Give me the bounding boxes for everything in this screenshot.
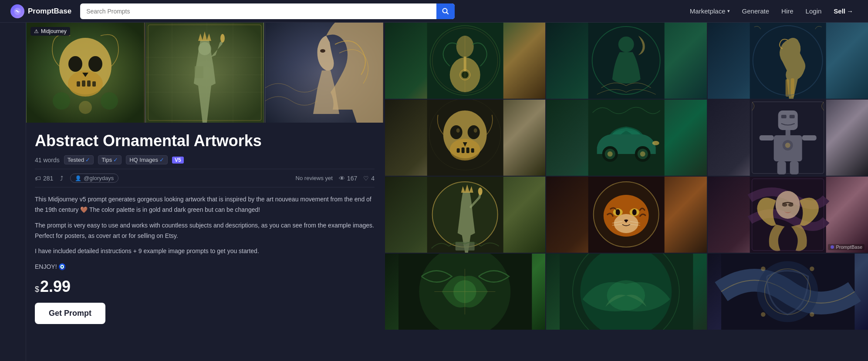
price-value: 2.99 <box>40 277 71 296</box>
logo-icon <box>10 4 24 18</box>
navbar: PromptBase Marketplace ▾ Generate Hire L… <box>0 0 868 23</box>
product-info: Abstract Ornamental Artworks 41 words Te… <box>26 123 383 324</box>
stats-right: No reviews yet 👁 167 ♡ 4 <box>296 175 375 182</box>
tested-badge: Tested ✓ <box>64 155 94 164</box>
tips-badge: Tips ✓ <box>98 155 122 164</box>
svg-point-41 <box>450 125 463 139</box>
svg-rect-10 <box>87 80 91 87</box>
svg-rect-11 <box>92 81 96 87</box>
warning-icon: ⚠ <box>34 28 39 34</box>
nav-sell[interactable]: Sell → <box>829 5 858 17</box>
svg-rect-9 <box>82 80 85 87</box>
svg-point-53 <box>608 151 613 157</box>
hq-images-badge: HQ Images ✓ <box>126 155 168 164</box>
gallery-cell-5 <box>546 100 706 176</box>
svg-rect-59 <box>778 110 797 130</box>
svg-point-94 <box>831 245 834 249</box>
version-badge: V5 <box>172 157 184 164</box>
svg-point-6 <box>68 56 82 72</box>
hero-img-statue <box>145 23 264 123</box>
gallery-cell-6 <box>708 100 868 176</box>
svg-rect-62 <box>785 130 790 135</box>
author-avatar-icon: 👤 <box>75 175 81 181</box>
product-title: Abstract Ornamental Artworks <box>35 131 375 150</box>
check-icon-tips: ✓ <box>113 157 118 163</box>
view-count-area: 👁 167 <box>339 175 357 182</box>
svg-point-14 <box>79 101 92 114</box>
midjourney-badge: ⚠ Midjourney <box>30 27 70 36</box>
price-area: $ 2.99 <box>35 277 375 296</box>
svg-point-92 <box>788 203 793 207</box>
content-area: ⚠ Midjourney <box>0 23 868 361</box>
svg-rect-48 <box>471 148 474 153</box>
description-para-4: ENJOY! 🧿 <box>35 262 375 272</box>
gallery-cell-3 <box>708 23 868 99</box>
svg-rect-45 <box>457 148 460 153</box>
product-description: This Midjourney v5 prompt generates gorg… <box>35 194 375 272</box>
nav-links: Marketplace ▾ Generate Hire Login Sell → <box>686 5 858 17</box>
nav-login[interactable]: Login <box>801 5 826 17</box>
nav-marketplace[interactable]: Marketplace ▾ <box>686 5 734 17</box>
svg-point-13 <box>101 92 118 110</box>
svg-rect-61 <box>789 115 794 118</box>
product-stats: 🏷 281 ⤴ 👤 @glorydays No reviews yet 👁 16… <box>35 169 375 187</box>
gallery-cell-1 <box>385 23 545 99</box>
view-count: 167 <box>347 175 357 182</box>
tag-count-area: 🏷 281 <box>35 175 53 182</box>
svg-point-57 <box>652 141 659 145</box>
hero-img-skull: ⚠ Midjourney <box>26 23 145 123</box>
get-prompt-button[interactable]: Get Prompt <box>35 303 105 324</box>
svg-point-16 <box>220 34 225 43</box>
chevron-down-icon: ▾ <box>727 8 730 14</box>
svg-rect-47 <box>466 147 469 153</box>
gallery-cell-11 <box>546 254 706 330</box>
svg-point-108 <box>810 312 814 317</box>
gallery-cell-7 <box>385 177 545 253</box>
svg-rect-60 <box>781 115 786 118</box>
eye-icon: 👁 <box>339 175 345 182</box>
heart-icon: ♡ <box>363 175 369 182</box>
author-badge[interactable]: 👤 @glorydays <box>70 174 118 183</box>
search-input[interactable] <box>80 8 436 15</box>
nav-hire[interactable]: Hire <box>777 5 798 17</box>
svg-point-44 <box>474 128 477 133</box>
svg-point-84 <box>632 209 637 215</box>
svg-point-7 <box>88 56 102 72</box>
svg-point-80 <box>614 214 638 233</box>
svg-point-43 <box>456 128 460 133</box>
like-count-area: ♡ 4 <box>363 175 375 182</box>
description-para-2: The prompt is very easy to use and works… <box>35 221 375 241</box>
svg-point-69 <box>785 143 790 148</box>
search-icon <box>442 8 449 15</box>
tag-icon: 🏷 <box>35 175 41 182</box>
logo-link[interactable]: PromptBase <box>10 4 71 18</box>
svg-rect-46 <box>462 147 465 153</box>
check-icon: ✓ <box>85 157 90 163</box>
gallery-cell-8 <box>546 177 706 253</box>
svg-point-42 <box>468 125 480 139</box>
svg-point-21 <box>320 49 325 53</box>
svg-point-90 <box>775 191 800 219</box>
search-button[interactable] <box>436 3 455 19</box>
svg-rect-66 <box>777 161 786 174</box>
arrow-right-icon: → <box>847 7 853 15</box>
svg-point-56 <box>640 151 645 157</box>
watermark: PromptBase <box>828 244 865 250</box>
check-icon-hq: ✓ <box>159 157 164 163</box>
description-para-3: I have included detailed instructions + … <box>35 246 375 257</box>
svg-rect-67 <box>790 161 798 174</box>
svg-point-32 <box>618 37 634 52</box>
gallery-cell-12 <box>708 254 868 330</box>
product-meta: 41 words Tested ✓ Tips ✓ HQ Images ✓ V5 <box>35 155 375 164</box>
svg-rect-35 <box>785 79 789 97</box>
svg-point-107 <box>761 312 766 317</box>
svg-rect-18 <box>195 66 203 78</box>
svg-point-106 <box>810 267 814 271</box>
svg-point-105 <box>761 267 766 271</box>
share-icon-area: ⤴ <box>60 175 63 182</box>
nav-generate[interactable]: Generate <box>738 5 774 17</box>
gallery-cell-10 <box>385 254 545 330</box>
search-bar <box>80 3 455 19</box>
svg-rect-75 <box>456 242 475 251</box>
author-name: @glorydays <box>84 175 114 181</box>
